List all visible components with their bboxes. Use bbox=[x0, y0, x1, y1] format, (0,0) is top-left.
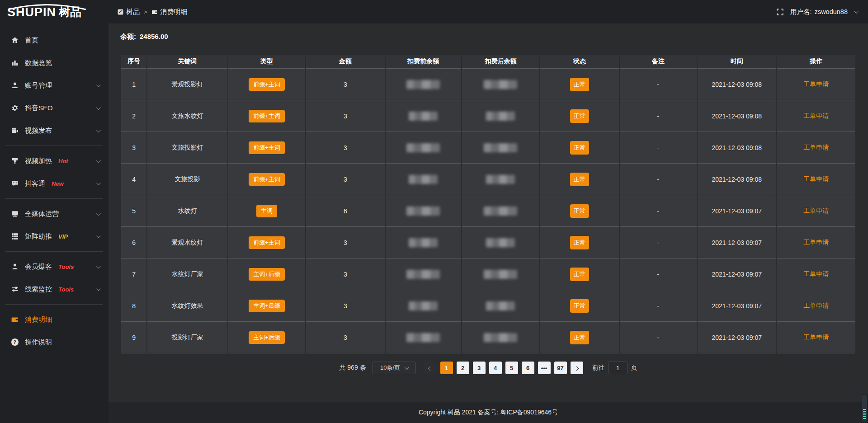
row-action-link[interactable]: 工单申请 bbox=[803, 112, 829, 119]
prev-page-button[interactable] bbox=[424, 362, 437, 374]
col-keyword: 关键词 bbox=[147, 55, 227, 69]
table-row: 2文旅水纹灯前缀+主词3正常-2021-12-03 09:08工单申请 bbox=[121, 100, 855, 132]
table-row: 6景观水纹灯前缀+主词3正常-2021-12-03 09:07工单申请 bbox=[121, 227, 855, 258]
sidebar-item-douketong[interactable]: 抖客通 New bbox=[0, 172, 108, 195]
balance: 余额: 24856.00 bbox=[120, 33, 856, 41]
sidebar-item-lead-monitor[interactable]: 线索监控 Tools bbox=[0, 278, 108, 301]
row-balance-after-blurred bbox=[484, 270, 517, 279]
sidebar-item-member-tools[interactable]: 会员爆客 Tools bbox=[0, 255, 108, 278]
row-action-link[interactable]: 工单申请 bbox=[803, 239, 829, 246]
row-time: 2021-12-03 09:08 bbox=[712, 113, 762, 120]
sidebar-divider bbox=[5, 146, 103, 146]
row-time: 2021-12-03 09:07 bbox=[712, 239, 762, 246]
page-button[interactable]: ••• bbox=[538, 362, 551, 374]
row-type-badge: 前缀+主词 bbox=[249, 78, 285, 91]
page-edge-widget[interactable] bbox=[862, 394, 868, 421]
row-time: 2021-12-03 09:08 bbox=[712, 81, 762, 88]
table-row: 8水纹灯效果主词+后缀3正常-2021-12-03 09:07工单申请 bbox=[121, 290, 855, 322]
sidebar-item-instructions[interactable]: ? 操作说明 bbox=[0, 331, 108, 353]
row-status-badge: 正常 bbox=[570, 78, 589, 91]
col-balance-before: 扣费前余额 bbox=[386, 55, 461, 69]
row-action-link[interactable]: 工单申请 bbox=[803, 334, 829, 341]
sidebar-item-data-overview[interactable]: 数据总览 bbox=[0, 52, 108, 74]
sidebar-item-label: 视频发布 bbox=[25, 127, 52, 135]
sidebar-item-matrix-boost[interactable]: 矩阵助推 VIP bbox=[0, 225, 108, 248]
tools-badge: Tools bbox=[58, 263, 74, 270]
pager-pages: 123456•••97 bbox=[440, 362, 567, 374]
row-balance-before-blurred bbox=[406, 270, 440, 279]
page-button[interactable]: 6 bbox=[522, 362, 534, 374]
breadcrumb-root[interactable]: 树品 bbox=[118, 8, 140, 16]
sidebar-item-video-publish[interactable]: 视频发布 bbox=[0, 119, 108, 142]
consumption-table: 序号 关键词 类型 金额 扣费前余额 扣费后余额 状态 备注 时间 操作 1景观… bbox=[120, 55, 856, 353]
row-time: 2021-12-03 09:08 bbox=[712, 144, 762, 151]
page-button[interactable]: 2 bbox=[457, 362, 469, 374]
chevron-down-icon[interactable] bbox=[854, 9, 859, 14]
page-button[interactable]: 4 bbox=[489, 362, 502, 374]
sidebar-item-media-ops[interactable]: 全媒体运营 bbox=[0, 202, 108, 225]
chevron-down-icon bbox=[405, 365, 409, 370]
main-content: 余额: 24856.00 序号 关键词 类型 金额 扣费前余额 扣费后余额 状态… bbox=[108, 0, 868, 374]
sidebar-divider bbox=[5, 304, 103, 305]
row-amount: 3 bbox=[344, 113, 347, 120]
col-time: 时间 bbox=[698, 55, 776, 69]
page-size-select[interactable]: 10条/页 bbox=[373, 362, 416, 374]
goto-page-input[interactable] bbox=[609, 362, 627, 374]
wallet-icon bbox=[151, 9, 158, 15]
row-type-badge: 前缀+主词 bbox=[249, 173, 285, 186]
page-button[interactable]: 97 bbox=[554, 362, 567, 374]
row-keyword: 投影灯厂家 bbox=[172, 334, 203, 341]
row-remark: - bbox=[657, 176, 660, 183]
new-badge: New bbox=[52, 180, 64, 187]
row-amount: 3 bbox=[344, 144, 347, 151]
row-status-badge: 正常 bbox=[570, 268, 589, 281]
user-icon bbox=[11, 82, 19, 89]
sidebar-item-account[interactable]: 账号管理 bbox=[0, 74, 108, 97]
page-button-active[interactable]: 1 bbox=[440, 362, 453, 374]
row-action-link[interactable]: 工单申请 bbox=[803, 207, 829, 214]
chevron-down-icon bbox=[96, 128, 101, 132]
page-button[interactable]: 5 bbox=[505, 362, 518, 374]
row-balance-after-blurred bbox=[484, 207, 517, 216]
monitor-icon bbox=[11, 210, 19, 217]
row-remark: - bbox=[657, 113, 660, 120]
hot-badge: Hot bbox=[58, 158, 68, 164]
row-amount: 3 bbox=[344, 302, 347, 310]
breadcrumb-current[interactable]: 消费明细 bbox=[151, 8, 188, 16]
chevron-down-icon bbox=[96, 181, 101, 185]
row-action-link[interactable]: 工单申请 bbox=[803, 175, 829, 183]
row-balance-before-blurred bbox=[409, 112, 438, 121]
row-index: 9 bbox=[132, 334, 136, 341]
row-time: 2021-12-03 09:07 bbox=[712, 334, 762, 341]
row-action-link[interactable]: 工单申请 bbox=[803, 270, 829, 277]
row-action-link[interactable]: 工单申请 bbox=[803, 80, 829, 88]
row-remark: - bbox=[657, 81, 660, 88]
row-action-link[interactable]: 工单申请 bbox=[803, 144, 829, 151]
gear-icon bbox=[11, 104, 19, 112]
username-value[interactable]: zswodun88 bbox=[815, 8, 848, 15]
table-row: 4文旅投影前缀+主词3正常-2021-12-03 09:08工单申请 bbox=[121, 164, 855, 195]
sidebar-item-consume-detail[interactable]: 消费明细 bbox=[0, 308, 108, 331]
sidebar-item-video-heat[interactable]: 视频加热 Hot bbox=[0, 150, 108, 172]
table-body: 1景观投影灯前缀+主词3正常-2021-12-03 09:08工单申请2文旅水纹… bbox=[121, 69, 855, 353]
row-remark: - bbox=[657, 302, 660, 310]
row-keyword: 文旅投影灯 bbox=[172, 144, 203, 151]
row-status-badge: 正常 bbox=[570, 236, 589, 249]
wallet-icon bbox=[11, 316, 19, 323]
row-action-link[interactable]: 工单申请 bbox=[803, 302, 829, 309]
next-page-button[interactable] bbox=[571, 362, 583, 374]
table-row: 3文旅投影灯前缀+主词3正常-2021-12-03 09:08工单申请 bbox=[121, 132, 855, 164]
row-balance-before-blurred bbox=[406, 143, 440, 152]
sidebar-item-douyin-seo[interactable]: 抖音SEO bbox=[0, 97, 108, 119]
row-keyword: 文旅水纹灯 bbox=[172, 112, 203, 119]
sidebar-divider bbox=[5, 198, 103, 199]
fullscreen-icon[interactable] bbox=[776, 8, 784, 16]
sidebar-item-label: 视频加热 bbox=[25, 157, 52, 165]
table-row: 9投影灯厂家主词+后缀3正常-2021-12-03 09:07工单申请 bbox=[121, 322, 855, 353]
row-keyword: 水纹灯效果 bbox=[172, 302, 203, 309]
page-button[interactable]: 3 bbox=[473, 362, 486, 374]
question-icon: ? bbox=[11, 338, 19, 346]
row-status-badge: 正常 bbox=[570, 204, 589, 218]
sidebar-item-home[interactable]: 首页 bbox=[0, 29, 108, 52]
chevron-down-icon bbox=[96, 234, 101, 238]
